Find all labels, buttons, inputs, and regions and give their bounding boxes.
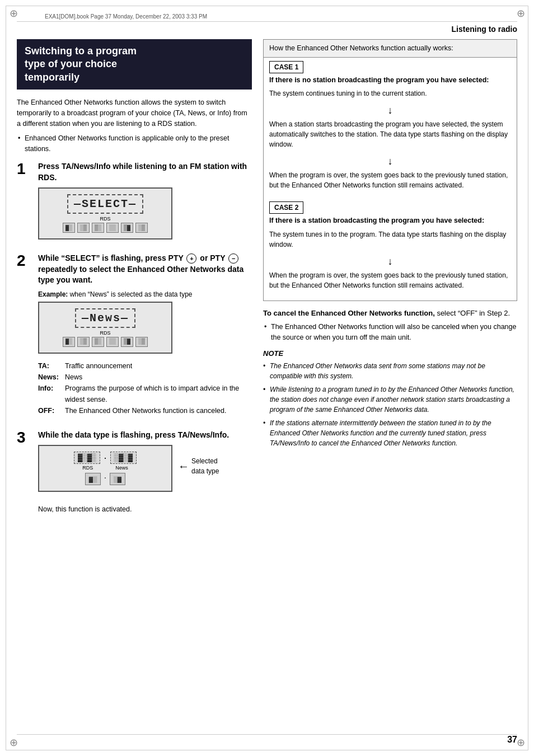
step3: 3 While the data type is flashing, press… [17, 430, 252, 519]
label-news3: News [115, 465, 128, 471]
step2-content: While “SELECT” is flashing, press PTY + … [38, 253, 252, 423]
seg4: ░░ [106, 223, 119, 233]
info-key: Info: [38, 383, 63, 405]
seg2-5: ▒▓ [121, 337, 133, 347]
case1-body2: When a station starts broadcasting the p… [264, 119, 517, 153]
content-area: Switching to a program type of your choi… [17, 34, 517, 728]
note-item-2: While listening to a program tuned in to… [263, 384, 517, 415]
cancel-bullet: The Enhanced Other Networks function wil… [271, 322, 517, 343]
display1: —SELECT— RDS ▓░ ░▒ ▒░ ░░ ▒▓ ░▒ [38, 187, 172, 240]
now-active-text: Now, this function is activated. [38, 504, 252, 515]
step1-title: Press TA/News/Info while listening to an… [38, 161, 252, 183]
case2-body2: When the program is over, the system goe… [264, 270, 517, 294]
step2-title-p3: repeatedly to select the Enhanced Other … [38, 265, 243, 285]
arrow2: ↓ [264, 153, 517, 170]
case1-title: If there is no station broadcasting the … [264, 76, 517, 89]
arrow3: ↓ [264, 253, 517, 270]
note-item-1: The Enhanced Other Networks data sent fr… [263, 361, 517, 381]
example-label: Example: when “News” is selected as the … [38, 290, 252, 298]
seg2: ░▒ [77, 223, 90, 233]
display2-text: —News— [75, 308, 135, 328]
label-rds2: RDS [100, 330, 110, 336]
info-val: Programs the purpose of which is to impa… [65, 383, 252, 405]
page-number: 37 [507, 735, 517, 745]
intro-text: The Enhanced Other Networks function all… [17, 97, 252, 129]
seg2-3: ▒░ [92, 337, 104, 347]
step3-number: 3 [17, 430, 32, 519]
display3-labels: RDS News [82, 465, 128, 471]
case1-body3: When the program is over, the system goe… [264, 170, 517, 194]
off-key: OFF: [38, 405, 63, 416]
case2-title: If there is a station broadcasting the p… [264, 216, 517, 229]
info-box: How the Enhanced Other Networks function… [263, 39, 517, 301]
seg2-4: ░░ [106, 337, 119, 347]
step1-content: Press TA/News/Info while listening to an… [38, 161, 252, 246]
case2-badge: CASE 2 [269, 201, 303, 214]
display3-top: ▓░▓░ · ░▓░▓ [74, 452, 137, 464]
seg2-6: ░▒ [135, 337, 148, 347]
display1-segs: ▓░ ░▒ ▒░ ░░ ▒▓ ░▒ [63, 223, 148, 233]
abbrev-list: TA: Traffic announcement News: News Info… [38, 360, 252, 416]
title-line1: Switching to a program [25, 45, 137, 57]
display2: —News— RDS ▓░ ░▒ ▒░ ░░ ▒▓ ░▒ [38, 302, 172, 354]
display2-segs: ▓░ ░▒ ▒░ ░░ ▒▓ ░▒ [63, 337, 148, 347]
seg3-2: ░▓ [110, 473, 125, 485]
label-rds3: RDS [82, 465, 93, 471]
intro-bullet: Enhanced Other Networks function is appl… [25, 133, 252, 154]
example-desc: when “News” is selected as the data type [70, 290, 193, 298]
seg3-1: ▓░ [85, 473, 101, 485]
display1-labels: RDS [100, 216, 110, 222]
case2-body1: The system tunes in to the program. The … [264, 229, 517, 253]
display3-seg1: ▓░▓░ [74, 452, 101, 464]
step2-title: While “SELECT” is flashing, press PTY + … [38, 253, 252, 286]
ta-val: Traffic announcement [65, 360, 132, 372]
step2-number: 2 [17, 253, 32, 423]
title-line3: temporarily [25, 72, 79, 83]
display2-labels: RDS [100, 330, 110, 336]
pty-plus-button[interactable]: + [186, 253, 196, 264]
header-line [17, 21, 517, 22]
news-val: News [65, 372, 82, 383]
left-column: Switching to a program type of your choi… [17, 34, 252, 728]
display3-seg2: ░▓░▓ [110, 452, 137, 464]
info-box-header: How the Enhanced Other Networks function… [264, 40, 517, 58]
note-bullets-list: The Enhanced Other Networks data sent fr… [263, 361, 517, 448]
cancel-desc: select “OFF” in Step 2. [437, 309, 510, 317]
display3: ▓░▓░ · ░▓░▓ RDS News ▓░ · ░▓ [38, 445, 172, 492]
step2-title-p2: or PTY [200, 253, 225, 262]
case1-badge: CASE 1 [269, 61, 303, 73]
abbrev-info: Info: Programs the purpose of which is t… [38, 383, 252, 405]
step3-content: While the data type is flashing, press T… [38, 430, 252, 519]
abbrev-ta: TA: Traffic announcement [38, 360, 252, 372]
display3-bottom: ▓░ · ░▓ [85, 473, 125, 485]
arrow1: ↓ [264, 102, 517, 119]
cancel-title-bold: To cancel the Enhanced Other Networks fu… [263, 309, 435, 317]
seg5: ▒▓ [121, 223, 133, 233]
step2: 2 While “SELECT” is flashing, press PTY … [17, 253, 252, 423]
pty-minus-button[interactable]: − [228, 253, 238, 264]
seg2-2: ░▒ [77, 337, 90, 347]
step1: 1 Press TA/News/Info while listening to … [17, 161, 252, 246]
title-box: Switching to a program type of your choi… [17, 39, 252, 90]
seg2-1: ▓░ [63, 337, 75, 347]
selected-label-text: Selecteddata type [191, 456, 219, 476]
seg3: ▒░ [92, 223, 104, 233]
cancel-title: To cancel the Enhanced Other Networks fu… [263, 309, 517, 317]
seg1: ▓░ [63, 223, 75, 233]
abbrev-off: OFF: The Enhanced Other Networks functio… [38, 405, 252, 416]
bottom-line [17, 734, 517, 735]
case1-section: CASE 1 If there is no station broadcasti… [264, 58, 517, 194]
ta-key: TA: [38, 360, 63, 372]
case2-section: CASE 2 If there is a station broadcastin… [264, 198, 517, 298]
file-info: EXA1[DOM].book Page 37 Monday, December … [45, 13, 207, 20]
step3-title: While the data type is flashing, press T… [38, 430, 252, 441]
cancel-section: To cancel the Enhanced Other Networks fu… [263, 309, 517, 343]
note-section: NOTE The Enhanced Other Networks data se… [263, 349, 517, 448]
seg6: ░▒ [135, 223, 148, 233]
selected-label: ← Selecteddata type [178, 445, 219, 476]
note-item-3: If the stations alternate intermittently… [263, 418, 517, 448]
note-title: NOTE [263, 349, 517, 358]
abbrev-news: News: News [38, 372, 252, 383]
display1-text: —SELECT— [67, 194, 143, 214]
step2-title-p1: While “SELECT” is flashing, press PTY [38, 253, 184, 262]
